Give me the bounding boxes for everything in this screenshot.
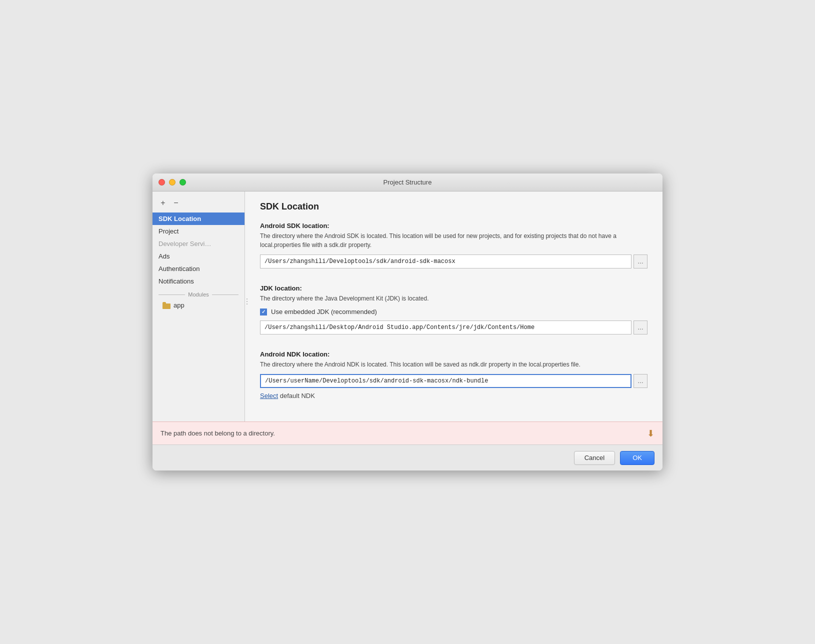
sidebar-item-project[interactable]: Project (152, 225, 244, 238)
window-title: Project Structure (384, 178, 432, 186)
error-bar: The path does not belong to a directory.… (152, 422, 662, 444)
content-area: SDK Location Android SDK location: The d… (245, 192, 662, 422)
android-ndk-path-input[interactable] (260, 374, 632, 388)
android-ndk-section: Android NDK location: The directory wher… (260, 350, 648, 400)
maximize-button[interactable] (180, 179, 186, 186)
embedded-jdk-label: Use embedded JDK (recommended) (271, 308, 377, 316)
ok-button[interactable]: OK (620, 451, 654, 465)
jdk-checkbox-row: Use embedded JDK (recommended) (260, 308, 648, 316)
main-content: + − SDK Location Project Developer Servi… (152, 192, 662, 422)
jdk-path-input[interactable] (260, 320, 632, 334)
download-icon-area: ⬇ (647, 428, 654, 439)
error-message: The path does not belong to a directory. (160, 430, 275, 437)
drag-dot (246, 304, 248, 304)
close-button[interactable] (158, 179, 165, 186)
modules-section-label: Modules (152, 288, 244, 300)
add-button[interactable]: + (158, 198, 168, 208)
android-sdk-path-input[interactable] (260, 254, 632, 268)
android-sdk-title: Android SDK location: (260, 222, 648, 230)
window-controls (158, 179, 186, 186)
select-default-ndk-row: Select default NDK (260, 392, 648, 400)
sidebar-item-app[interactable]: app (152, 300, 244, 311)
android-ndk-browse-button[interactable]: … (634, 374, 648, 388)
sidebar-item-notifications[interactable]: Notifications (152, 275, 244, 288)
android-sdk-input-row: … (260, 254, 648, 268)
jdk-input-row: … (260, 320, 648, 334)
android-sdk-description: The directory where the Android SDK is l… (260, 232, 648, 250)
download-icon[interactable]: ⬇ (647, 428, 654, 439)
remove-button[interactable]: − (170, 198, 182, 208)
footer-buttons: Cancel OK (152, 444, 662, 470)
titlebar: Project Structure (152, 174, 662, 192)
sidebar-toolbar: + − (152, 196, 244, 212)
sidebar-item-ads[interactable]: Ads (152, 250, 244, 262)
android-ndk-input-row: … (260, 374, 648, 388)
cancel-button[interactable]: Cancel (574, 451, 615, 465)
sidebar-item-authentication[interactable]: Authentication (152, 262, 244, 275)
embedded-jdk-checkbox[interactable] (260, 308, 267, 316)
page-title: SDK Location (260, 202, 648, 212)
sidebar: + − SDK Location Project Developer Servi… (152, 192, 245, 422)
jdk-description: The directory where the Java Development… (260, 294, 648, 303)
drag-dot (246, 301, 248, 302)
jdk-title: JDK location: (260, 284, 648, 292)
jdk-browse-button[interactable]: … (634, 320, 648, 334)
sidebar-item-developer-services[interactable]: Developer Servi… (152, 238, 244, 250)
minimize-button[interactable] (169, 179, 176, 186)
android-sdk-section: Android SDK location: The directory wher… (260, 222, 648, 272)
sidebar-resize-handle[interactable] (245, 210, 249, 394)
sidebar-item-sdk-location[interactable]: SDK Location (152, 212, 244, 225)
android-sdk-browse-button[interactable]: … (634, 254, 648, 268)
drag-dot (246, 298, 248, 300)
jdk-section: JDK location: The directory where the Ja… (260, 284, 648, 338)
android-ndk-description: The directory where the Android NDK is l… (260, 360, 648, 369)
select-ndk-link[interactable]: Select (260, 392, 278, 400)
project-structure-window: Project Structure + − SDK Location Proje… (152, 174, 662, 470)
folder-icon (162, 302, 170, 309)
android-ndk-title: Android NDK location: (260, 350, 648, 358)
